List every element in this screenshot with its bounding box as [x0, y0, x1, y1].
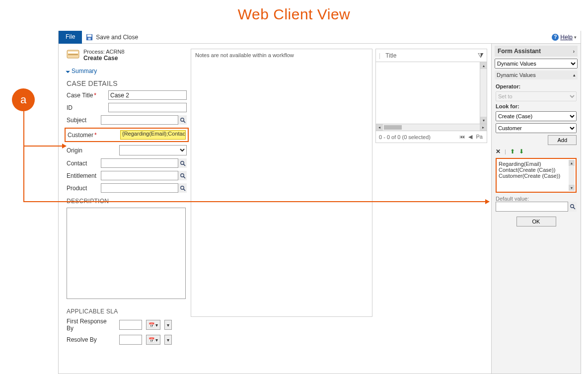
- app-window: File Save and Close ? Help ▾: [58, 31, 581, 374]
- process-name: Create Case: [83, 55, 125, 62]
- scroll-down-button[interactable]: ▾: [569, 185, 575, 191]
- list-scrollbar[interactable]: ▴ ▾: [569, 160, 575, 191]
- horizontal-scrollbar[interactable]: ◂ ▸: [375, 124, 487, 131]
- svg-rect-5: [68, 54, 78, 55]
- pager-first-button[interactable]: ⏮: [459, 134, 465, 140]
- save-and-close-button[interactable]: Save and Close: [82, 31, 138, 43]
- contact-input[interactable]: [101, 158, 187, 168]
- svg-line-15: [573, 207, 575, 209]
- origin-select[interactable]: [119, 145, 187, 155]
- collapse-icon[interactable]: ▴: [573, 73, 576, 77]
- default-value-lookup-button[interactable]: [568, 202, 577, 212]
- help-icon: ?: [552, 34, 559, 41]
- svg-point-12: [180, 186, 183, 189]
- first-response-time-button[interactable]: ▾: [164, 320, 172, 330]
- svg-rect-4: [68, 52, 78, 53]
- resolve-by-time-button[interactable]: ▾: [164, 335, 172, 345]
- move-down-button[interactable]: ⬇: [519, 148, 524, 155]
- svg-line-7: [183, 121, 185, 123]
- scroll-down-button[interactable]: ▾: [480, 117, 487, 124]
- case-title-input[interactable]: [108, 90, 187, 100]
- dynamic-values-list[interactable]: Regarding(Email) Contact(Create (Case)) …: [496, 158, 577, 193]
- resolve-by-date-input[interactable]: [119, 335, 142, 345]
- subgrid: | Title ⧩ ▴ ▾: [375, 49, 487, 124]
- calendar-icon: 📅: [148, 337, 154, 343]
- entitlement-input[interactable]: [101, 171, 187, 180]
- first-response-date-input[interactable]: [119, 320, 142, 330]
- lookfor-attribute-select[interactable]: Customer: [496, 123, 577, 133]
- operator-select[interactable]: Set to: [496, 91, 577, 101]
- left-column: Process: ACRN8 Create Case Summary CASE …: [59, 44, 187, 374]
- toolbar: File Save and Close ? Help ▾: [59, 31, 581, 44]
- lookfor-entity-select[interactable]: Create (Case): [496, 111, 577, 121]
- subject-input[interactable]: [101, 115, 187, 125]
- svg-point-6: [180, 118, 183, 121]
- origin-label: Origin: [67, 147, 115, 154]
- entitlement-label: Entitlement: [67, 172, 97, 179]
- customer-input[interactable]: {Regarding(Email);Contact(Cr: [120, 130, 186, 140]
- list-item[interactable]: Customer(Create (Case)): [499, 173, 574, 179]
- first-response-label: First Response By: [67, 318, 115, 332]
- vertical-scrollbar[interactable]: ▴ ▾: [480, 62, 487, 124]
- subject-label: Subject: [67, 117, 97, 124]
- contact-lookup-button[interactable]: [178, 158, 187, 168]
- filter-icon[interactable]: ⧩: [478, 51, 484, 60]
- subject-lookup-button[interactable]: [178, 115, 187, 125]
- lookup-icon: [180, 160, 186, 166]
- summary-link[interactable]: Summary: [67, 68, 97, 75]
- help-label: Help: [560, 34, 573, 41]
- scroll-up-button[interactable]: ▴: [569, 160, 575, 166]
- remove-button[interactable]: ✕: [496, 148, 501, 155]
- chevron-right-icon[interactable]: ›: [573, 49, 575, 54]
- page-title: Web Client View: [0, 0, 588, 33]
- process-icon: [67, 49, 79, 60]
- id-label: ID: [67, 104, 104, 111]
- annotation-arrow-list: [23, 201, 489, 202]
- add-button[interactable]: Add: [548, 135, 577, 145]
- annotation-badge: a: [12, 88, 35, 111]
- svg-rect-1: [87, 34, 92, 36]
- pager-prev-button[interactable]: ◀: [468, 134, 472, 140]
- form-assistant-mode-select[interactable]: Dynamic Values: [495, 59, 578, 69]
- entitlement-lookup-button[interactable]: [178, 171, 187, 180]
- lookfor-label: Look for:: [496, 103, 577, 109]
- scrollbar-thumb[interactable]: [384, 125, 402, 130]
- list-item[interactable]: Regarding(Email): [499, 161, 574, 167]
- scroll-right-button[interactable]: ▸: [480, 124, 487, 131]
- ok-button[interactable]: OK: [516, 217, 556, 226]
- save-icon: [86, 34, 93, 41]
- svg-line-13: [183, 189, 185, 191]
- scroll-left-button[interactable]: ◂: [376, 124, 383, 131]
- help-link[interactable]: ? Help ▾: [552, 31, 581, 43]
- customer-label: Customer*: [68, 132, 116, 139]
- subgrid-pager: 0 - 0 of 0 (0 selected) ⏮ ◀ Pa: [375, 131, 487, 143]
- pager-page-label: Pa: [476, 134, 483, 140]
- id-input[interactable]: [108, 103, 187, 112]
- product-input[interactable]: [101, 183, 187, 193]
- annotation-line: [23, 111, 24, 202]
- description-textarea[interactable]: [67, 208, 186, 299]
- form-assistant-subheading: Dynamic Values: [497, 72, 536, 78]
- customer-row-highlight: Customer* {Regarding(Email);Contact(Cr: [65, 128, 189, 142]
- scroll-up-button[interactable]: ▴: [480, 62, 487, 69]
- file-menu-button[interactable]: File: [59, 31, 82, 44]
- middle-column: Notes are not available within a workflo…: [187, 44, 491, 374]
- svg-point-8: [180, 161, 183, 164]
- sla-heading: APPLICABLE SLA: [67, 308, 187, 315]
- default-value-input[interactable]: [496, 202, 577, 212]
- resolve-by-date-button[interactable]: 📅▾: [146, 335, 160, 345]
- subgrid-title-column[interactable]: Title: [385, 52, 478, 59]
- move-up-button[interactable]: ⬆: [510, 148, 515, 155]
- form-assistant-heading: Form Assistant: [498, 48, 541, 55]
- first-response-date-button[interactable]: 📅▾: [146, 320, 160, 330]
- form-assistant-panel: Form Assistant › Dynamic Values Dynamic …: [491, 44, 581, 374]
- list-item[interactable]: Contact(Create (Case)): [499, 167, 574, 173]
- chevron-down-icon: ▾: [574, 35, 577, 40]
- product-lookup-button[interactable]: [178, 183, 187, 193]
- product-label: Product: [67, 185, 97, 192]
- case-details-heading: CASE DETAILS: [67, 79, 187, 87]
- svg-point-14: [570, 205, 573, 208]
- default-value-label: Default value:: [496, 196, 577, 202]
- lookup-icon: [180, 117, 186, 123]
- case-title-label: Case Title*: [67, 92, 104, 99]
